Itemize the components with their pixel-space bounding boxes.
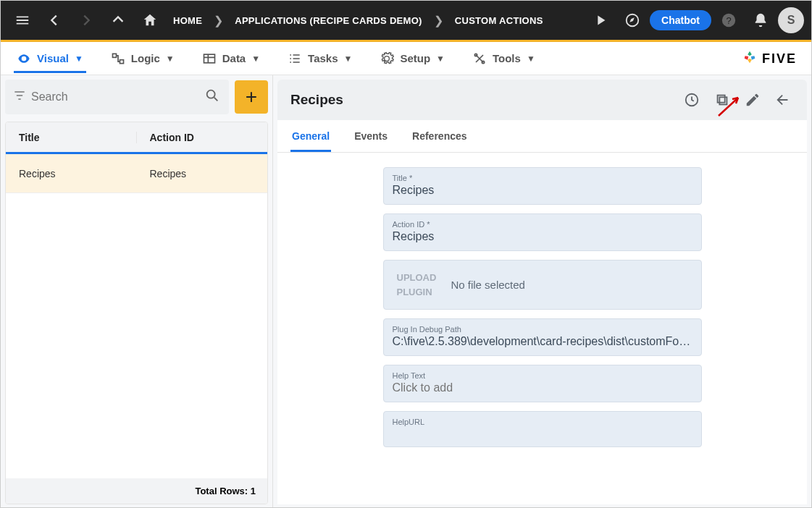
- svg-rect-11: [718, 96, 725, 103]
- tab-label: Tasks: [308, 52, 338, 64]
- field-label: Plug In Debug Path: [393, 325, 692, 334]
- field-help-url[interactable]: HelpURL: [383, 411, 702, 447]
- svg-rect-3: [112, 54, 116, 57]
- list-table: Title Action ID Recipes Recipes Total Ro…: [5, 122, 268, 504]
- tab-setup[interactable]: Setup▼: [377, 44, 448, 73]
- nav-back-icon[interactable]: [40, 6, 69, 35]
- bell-icon[interactable]: [746, 6, 775, 35]
- svg-rect-4: [120, 59, 123, 63]
- chevron-right-icon: ❯: [211, 14, 226, 27]
- search-input[interactable]: [31, 90, 196, 103]
- home-icon[interactable]: [135, 6, 164, 35]
- field-help-text[interactable]: Help Text: [383, 365, 702, 402]
- breadcrumb-custom-actions[interactable]: CUSTOM ACTIONS: [449, 15, 549, 26]
- back-arrow-icon[interactable]: [768, 85, 798, 115]
- table-header: Title Action ID: [6, 122, 267, 154]
- chevron-down-icon: ▼: [527, 54, 535, 64]
- detail-title: Recipes: [290, 92, 677, 108]
- tab-label: Data: [222, 52, 246, 64]
- tab-data[interactable]: Data▼: [199, 44, 263, 73]
- detail-tabs: General Events References: [277, 120, 807, 153]
- detail-panel: Recipes General Events References Title …: [273, 75, 811, 508]
- footer-value: 1: [251, 486, 256, 496]
- chevron-down-icon: ▼: [75, 54, 83, 64]
- cell-title: Recipes: [6, 168, 137, 179]
- tab-label: Logic: [131, 52, 160, 64]
- column-title[interactable]: Title: [6, 132, 137, 143]
- table-footer: Total Rows: 1: [6, 478, 267, 504]
- help-text-input[interactable]: [393, 381, 692, 394]
- chatbot-button[interactable]: Chatbot: [650, 10, 711, 30]
- copy-icon[interactable]: [707, 85, 737, 115]
- search-icon[interactable]: [200, 88, 225, 106]
- tab-general[interactable]: General: [290, 120, 331, 152]
- tab-visual[interactable]: Visual▼: [14, 44, 86, 73]
- chevron-down-icon: ▼: [436, 54, 445, 64]
- column-action-id[interactable]: Action ID: [137, 132, 268, 143]
- field-title[interactable]: Title * Recipes: [383, 167, 702, 205]
- field-label: HelpURL: [393, 418, 692, 426]
- run-icon[interactable]: [586, 6, 615, 35]
- filter-icon[interactable]: [12, 88, 27, 106]
- tab-label: Visual: [37, 52, 69, 64]
- edit-icon[interactable]: [737, 85, 768, 115]
- field-action-id[interactable]: Action ID * Recipes: [383, 213, 702, 251]
- tab-references[interactable]: References: [411, 120, 469, 152]
- chevron-right-icon: ❯: [431, 14, 446, 27]
- field-value: Recipes: [393, 230, 692, 243]
- field-upload-plugin[interactable]: UPLOAD PLUGIN No file selected: [383, 260, 702, 310]
- svg-rect-10: [719, 97, 727, 104]
- field-debug-path[interactable]: Plug In Debug Path C:\five\2.5.389\devel…: [383, 318, 702, 356]
- footer-label: Total Rows:: [195, 486, 248, 496]
- add-button[interactable]: +: [235, 80, 268, 114]
- main-tabs: Visual▼ Logic▼ Data▼ Tasks▼ Setup▼ Tools…: [1, 42, 811, 75]
- detail-header: Recipes: [277, 80, 807, 120]
- brand-text: FIVE: [762, 51, 797, 67]
- breadcrumb-home[interactable]: HOME: [167, 15, 208, 26]
- tab-label: Setup: [400, 52, 430, 64]
- tab-logic[interactable]: Logic▼: [108, 44, 177, 73]
- field-label: Action ID *: [393, 220, 692, 229]
- svg-text:?: ?: [726, 15, 731, 26]
- top-bar: HOME ❯ APPLICATIONS (RECIPE CARDS DEMO) …: [1, 1, 811, 40]
- left-panel: + Title Action ID Recipes Recipes Total …: [1, 75, 273, 508]
- history-icon[interactable]: [677, 85, 707, 115]
- field-label: Help Text: [393, 371, 692, 380]
- tab-tasks[interactable]: Tasks▼: [285, 44, 355, 73]
- avatar[interactable]: S: [778, 7, 804, 33]
- field-label: Title *: [393, 174, 692, 182]
- cell-action-id: Recipes: [137, 168, 268, 179]
- chevron-down-icon: ▼: [251, 54, 260, 64]
- tab-events[interactable]: Events: [353, 120, 389, 152]
- tab-tools[interactable]: Tools▼: [469, 44, 538, 73]
- main-split: + Title Action ID Recipes Recipes Total …: [1, 75, 811, 508]
- tab-label: Tools: [493, 52, 521, 64]
- field-value: Recipes: [393, 184, 692, 197]
- upload-status: No file selected: [451, 279, 525, 291]
- search-row: [5, 80, 229, 114]
- nav-up-icon[interactable]: [104, 6, 133, 35]
- field-value: C:\five\2.5.389\development\card-recipes…: [393, 335, 692, 348]
- nav-forward-icon: [72, 6, 101, 35]
- help-icon[interactable]: ?: [714, 6, 743, 35]
- svg-rect-5: [204, 54, 214, 63]
- chevron-down-icon: ▼: [344, 54, 353, 64]
- breadcrumb-applications[interactable]: APPLICATIONS (RECIPE CARDS DEMO): [229, 15, 428, 26]
- chevron-down-icon: ▼: [166, 54, 175, 64]
- form-area: Title * Recipes Action ID * Recipes UPLO…: [277, 153, 807, 504]
- menu-icon[interactable]: [8, 6, 37, 35]
- brand-logo: FIVE: [742, 49, 797, 69]
- svg-point-8: [207, 90, 215, 98]
- explore-icon[interactable]: [618, 6, 647, 35]
- table-row[interactable]: Recipes Recipes: [6, 154, 267, 193]
- upload-label: UPLOAD PLUGIN: [397, 271, 437, 299]
